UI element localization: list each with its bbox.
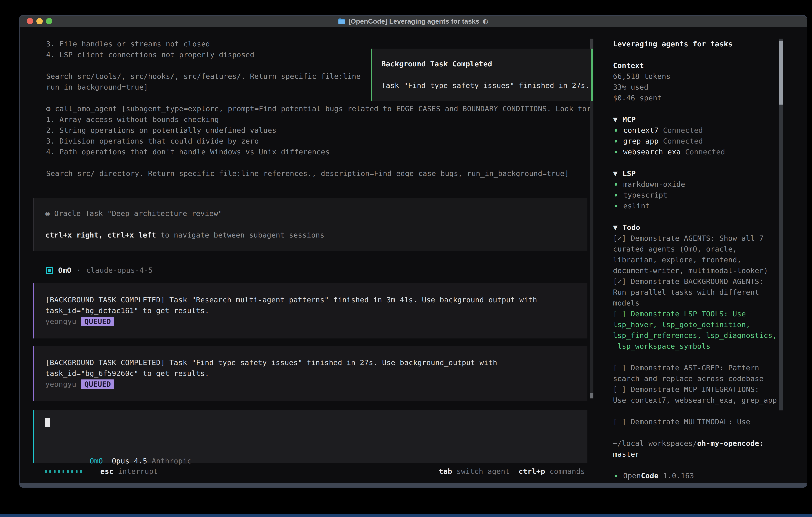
agent-model: claude-opus-4-5 [86, 265, 153, 276]
input-agent-label: OmO [90, 457, 103, 465]
collapse-icon: ▼ [613, 222, 618, 233]
dot-separator: · [77, 265, 81, 276]
scrollback-line [46, 157, 607, 168]
input-provider-label: Anthropic [152, 457, 192, 465]
omo-agent-icon [46, 267, 53, 274]
toast-title: Background Task Completed [381, 59, 591, 70]
window-bottom-chrome [20, 483, 807, 487]
todo-line: [✓] Demonstrate BACKGROUND AGENTS: [613, 276, 807, 287]
status-dot-icon [615, 474, 617, 477]
collapse-icon: ▼ [613, 168, 618, 179]
folder-icon [338, 18, 345, 24]
context-spent: $0.46 spent [613, 92, 807, 103]
main-scrollbar-thumb[interactable] [590, 393, 593, 399]
lsp-item: eslint [613, 200, 807, 211]
background-task-toast: Background Task Completed Task "Find typ… [371, 49, 592, 101]
workspace-path: ~/local-workspaces/oh-my-opencode: [613, 438, 807, 449]
todo-line: Run parallel tasks with different [613, 287, 807, 298]
status-dot-icon [615, 183, 617, 186]
scrollback-line-tool-call: ⚙ call_omo_agent [subagent_type=explore,… [46, 103, 607, 114]
mcp-item: grep_appConnected [613, 136, 807, 146]
todo-line: [ ] Demonstrate AST-GREP: Pattern [613, 362, 807, 373]
opencode-version: OpenCode1.0.163 [613, 470, 807, 481]
task-message-line: task_id="bg_6f59260c" to get results. [46, 368, 587, 379]
status-dot-icon [615, 205, 617, 207]
lsp-item: markdown-oxide [613, 179, 807, 190]
background-task-message: [BACKGROUND TASK COMPLETED] Task "Find t… [33, 346, 587, 401]
context-tokens: 66,518 tokens [613, 71, 807, 82]
window-title-area: [OpenCode] Leveraging agents for tasks ◐ [20, 16, 807, 27]
sidebar-scrollbar-thumb[interactable] [779, 40, 783, 105]
scrollback-line: 4. Path operations that don't handle Win… [46, 146, 607, 157]
titlebar: [OpenCode] Leveraging agents for tasks ◐ [20, 16, 807, 27]
workspace-branch: master [613, 449, 807, 460]
status-dot-icon [615, 140, 617, 142]
scrollback-line: Search src/ directory. Return specific f… [46, 168, 607, 179]
input-model-label: Opus 4.5 [112, 457, 147, 465]
subagent-navigation-hint: ctrl+x right, ctrl+x left to navigate be… [46, 230, 587, 241]
todo-line: search and replace across codebase [613, 373, 807, 384]
ctrlp-key-hint: ctrl+p [519, 466, 545, 477]
session-title: Leveraging agents for tasks [613, 38, 807, 49]
collapse-icon: ▼ [613, 114, 618, 125]
task-message-line: task_id="bg_dcfac161" to get results. [46, 305, 587, 316]
todo-line: [ ] Demonstrate MULTIMODAL: Use [613, 416, 807, 427]
queued-status-badge: QUEUED [81, 379, 114, 389]
session-sidebar: Leveraging agents for tasks Context 66,5… [607, 27, 807, 483]
todo-line: [ ] Demonstrate MCP INTEGRATIONS: [613, 384, 807, 395]
todo-line-active: [ ] Demonstrate LSP TOOLS: Use [613, 308, 807, 319]
todo-line: [✓] Demonstrate AGENTS: Show all 7 [613, 233, 807, 244]
todo-line-active: lsp_find_references, lsp_diagnostics, [613, 330, 807, 341]
todo-line: librarian, explore, frontend, [613, 254, 807, 265]
todo-section-header[interactable]: ▼Todo [613, 222, 807, 233]
task-author: yeongyu [46, 316, 76, 327]
lsp-section-header[interactable]: ▼LSP [613, 168, 807, 179]
scrollback-line: 3. File handles or streams not closed [46, 38, 607, 49]
queued-status-badge: QUEUED [81, 317, 114, 326]
todo-line: curated agents (OmO, oracle, [613, 244, 807, 254]
minimize-window-button[interactable] [36, 18, 43, 24]
todo-line: Use context7, websearch_exa, grep_app [613, 395, 807, 406]
toast-body: Task "Find type safety issues" finished … [381, 80, 591, 91]
mcp-item: websearch_exaConnected [613, 146, 807, 157]
task-message-line: [BACKGROUND TASK COMPLETED] Task "Find t… [46, 357, 587, 368]
task-author: yeongyu [46, 379, 76, 390]
maximize-window-button[interactable] [46, 18, 52, 24]
esc-action-hint: interrupt [118, 466, 158, 477]
tab-action-hint: switch agent [457, 466, 510, 477]
oracle-icon: ◉ [46, 209, 50, 218]
scrollback-line: 1. Array access without bounds checking [46, 114, 607, 125]
mcp-section-header[interactable]: ▼MCP [613, 114, 807, 125]
working-spinner-dots [45, 470, 82, 473]
oracle-task-panel: ◉ Oracle Task "Deep architecture review"… [33, 198, 587, 251]
mcp-item: context7Connected [613, 125, 807, 136]
agent-name: OmO [58, 265, 71, 276]
context-heading: Context [613, 60, 807, 71]
todo-line: document-writer, multimodal-looker) [613, 265, 807, 276]
status-bar: esc interrupt tab switch agent ctrl+p co… [33, 466, 587, 477]
main-scrollbar-cap [590, 38, 593, 49]
todo-line-active: lsp_hover, lsp_goto_definition, [613, 319, 807, 330]
scrollback-line: 2. String operations on potentially unde… [46, 125, 607, 136]
close-window-button[interactable] [27, 18, 33, 24]
input-model-line: OmO Opus 4.5 Anthropic [46, 445, 587, 456]
scrollback-line: 3. Division operations that could divide… [46, 136, 607, 146]
prompt-input[interactable]: OmO Opus 4.5 Anthropic [33, 410, 587, 463]
context-used: 33% used [613, 82, 807, 92]
todo-line-active: lsp_workspace_symbols [613, 341, 807, 352]
text-cursor [46, 418, 50, 427]
task-message-line: [BACKGROUND TASK COMPLETED] Task "Resear… [46, 295, 587, 305]
lsp-item: typescript [613, 190, 807, 200]
status-dot-icon [615, 194, 617, 196]
status-dot-icon [615, 151, 617, 153]
session-progress-icon: ◐ [483, 18, 488, 25]
todo-line: models [613, 298, 807, 308]
agent-session-header: OmO · claude-opus-4-5 [46, 265, 607, 276]
sidebar-scrollbar[interactable] [779, 38, 783, 410]
app-window: [OpenCode] Leveraging agents for tasks ◐… [19, 15, 807, 488]
tab-key-hint: tab [439, 466, 452, 477]
traffic-lights [27, 18, 52, 24]
desktop-wallpaper-edge [0, 514, 812, 517]
background-task-message: [BACKGROUND TASK COMPLETED] Task "Resear… [33, 283, 587, 338]
oracle-task-title: ◉ Oracle Task "Deep architecture review" [46, 208, 587, 219]
